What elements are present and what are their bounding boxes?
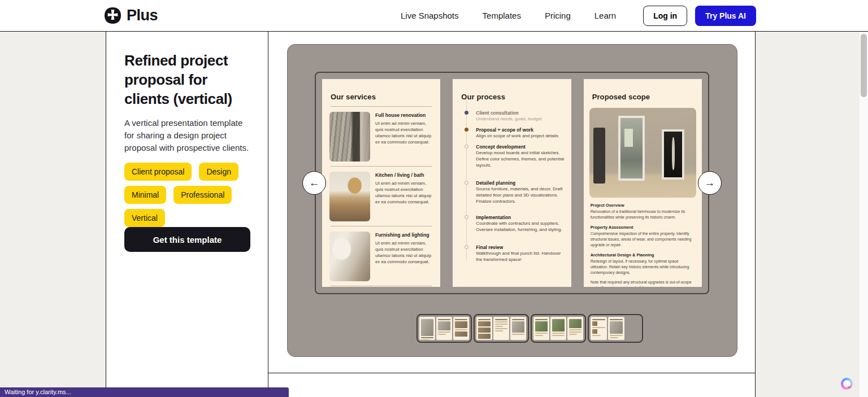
thumb-photo — [610, 321, 623, 334]
thumb-page — [419, 317, 435, 340]
thumb-line — [592, 319, 605, 320]
scope-section: Project Overview Renovation of a traditi… — [591, 203, 695, 220]
process-step: Proposal + scope of work Align on scope … — [465, 127, 564, 139]
thumb-page — [608, 317, 624, 340]
thumb-line — [495, 326, 503, 327]
thumb-page — [510, 317, 526, 340]
tag-design[interactable]: Design — [199, 163, 238, 181]
thumb-line — [495, 324, 507, 325]
status-text: Waiting for y.clarity.ms... — [5, 389, 71, 395]
carousel-next-button[interactable]: → — [698, 171, 722, 195]
thumb-line — [552, 335, 565, 336]
step-title: Client consultation — [476, 110, 564, 116]
login-button[interactable]: Log in — [643, 6, 687, 26]
thumb-page — [567, 317, 583, 340]
tag-professional[interactable]: Professional — [173, 186, 232, 204]
thumb-line — [592, 327, 605, 328]
thumb-line — [552, 333, 565, 334]
slide-thumbnail-3[interactable] — [531, 314, 586, 343]
plus-logo[interactable]: Plus — [104, 0, 158, 31]
service-title: Furnishing and lighting — [375, 232, 433, 238]
process-step: Client consultation Understand needs, go… — [465, 110, 564, 122]
slide-thumbnail-2[interactable] — [474, 314, 529, 343]
service-body: Ut enim ad minim veniam, quis nostrud ex… — [375, 240, 433, 265]
timeline-dot-open-icon — [465, 245, 468, 249]
try-plus-ai-button[interactable]: Try Plus AI — [695, 6, 756, 26]
step-body: Align on scope of work and project detai… — [476, 133, 564, 139]
scrollbar-thumb[interactable] — [861, 34, 867, 97]
get-template-button[interactable]: Get this template — [124, 227, 250, 252]
section-title: Property Assessment — [591, 225, 695, 230]
section-title: Architectural Design & Planning — [591, 252, 695, 258]
slide-our-process: Our process Client consultation Understa… — [453, 79, 571, 287]
step-title: Concept development — [476, 144, 564, 150]
thumb-line — [512, 319, 524, 320]
slide-our-services: Our services Full house renovation Ut en… — [322, 79, 440, 287]
thumb-line — [569, 329, 581, 330]
thumb-line — [495, 330, 503, 331]
thumb-page — [591, 317, 607, 340]
slide-thumbnail-4[interactable] — [588, 314, 643, 343]
thumbnail-strip — [416, 314, 643, 343]
tag-vertical[interactable]: Vertical — [124, 209, 165, 227]
slide-heading: Our services — [331, 93, 432, 101]
template-preview-panel: Our services Full house renovation Ut en… — [268, 32, 756, 397]
step-body: Walkthrough and final punch list. Handov… — [476, 250, 564, 263]
thumb-line — [569, 331, 581, 333]
thumb-photo — [478, 321, 491, 326]
timeline-dot-open-icon — [465, 215, 468, 219]
thumb-photo — [421, 319, 433, 336]
process-step: Implementation Coordinate with contracto… — [465, 215, 564, 233]
timeline-dot-filled-icon — [465, 111, 468, 115]
scrollbar-track[interactable] — [860, 32, 868, 397]
slide-carousel: Our services Full house renovation Ut en… — [287, 44, 737, 357]
service-title: Full house renovation — [375, 112, 433, 118]
thumb-photo — [478, 328, 491, 333]
step-body: Coordinate with contractors and supplier… — [476, 220, 564, 233]
service-body: Ut enim ad minim veniam, quis nostrud ex… — [375, 120, 433, 145]
nav-learn[interactable]: Learn — [594, 11, 616, 20]
thumb-photo — [535, 321, 548, 331]
step-body: Understand needs, goals, budget — [476, 116, 564, 122]
thumb-line — [495, 321, 507, 322]
photo-window-shape — [624, 129, 633, 147]
process-step: Detailed planning Source furniture, mate… — [465, 180, 564, 204]
carousel-prev-button[interactable]: ← — [302, 171, 326, 195]
tag-minimal[interactable]: Minimal — [124, 186, 166, 204]
slide-thumbnail-1[interactable] — [416, 314, 472, 343]
process-timeline: Client consultation Understand needs, go… — [465, 110, 564, 263]
step-title: Proposal + scope of work — [476, 127, 564, 133]
scope-section: Property Assessment Comprehensive inspec… — [591, 225, 695, 247]
ai-assistant-orb-icon[interactable] — [841, 378, 853, 390]
nav-templates[interactable]: Templates — [483, 11, 521, 20]
thumb-page — [453, 317, 469, 340]
thumb-line — [495, 328, 507, 329]
farmhouse-interior-photo — [589, 108, 696, 198]
arrow-right-icon: → — [705, 177, 715, 189]
top-nav-bar: Plus Live Snapshots Templates Pricing Le… — [0, 0, 868, 32]
ai-orb-core — [843, 380, 850, 387]
thumb-line — [478, 319, 491, 320]
thumb-line — [610, 337, 618, 338]
thumb-line — [438, 331, 450, 333]
service-item: Furnishing and lighting Ut enim ad minim… — [329, 232, 433, 281]
thumb-page — [476, 317, 492, 340]
divider — [331, 166, 432, 167]
nav-live-snapshots[interactable]: Live Snapshots — [401, 11, 459, 20]
thumb-photo — [512, 321, 524, 333]
thumb-line — [610, 319, 623, 320]
thumb-page — [533, 317, 549, 340]
thumb-page — [550, 317, 566, 340]
thumb-line — [421, 339, 429, 340]
service-photo-kitchen — [329, 172, 370, 221]
service-item: Full house renovation Ut enim ad minim v… — [329, 112, 433, 162]
section-body: Renovation of a traditional farmhouse to… — [591, 209, 695, 220]
thumb-photo — [478, 334, 491, 339]
service-photo-renovation — [329, 112, 370, 162]
nav-pricing[interactable]: Pricing — [545, 11, 571, 20]
thumb-photo — [592, 329, 597, 334]
thumb-line — [495, 319, 507, 320]
tag-client-proposal[interactable]: Client proposal — [124, 163, 192, 181]
divider — [331, 226, 432, 226]
thumb-line — [535, 319, 548, 320]
